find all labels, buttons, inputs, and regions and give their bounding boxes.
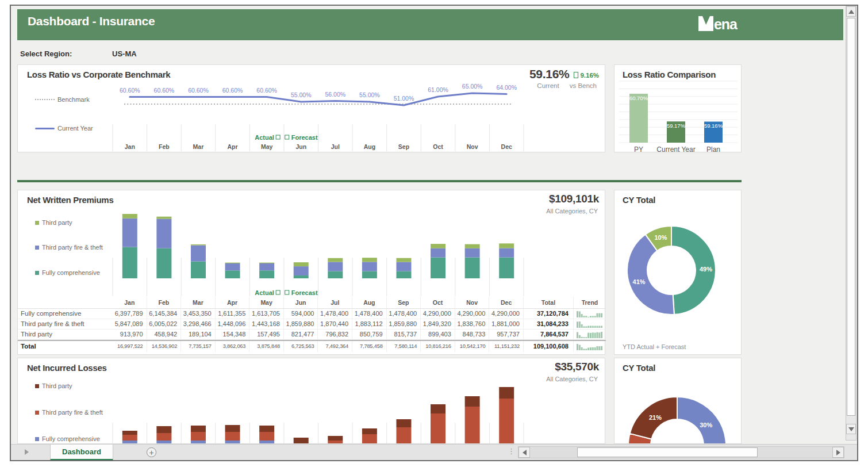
loss-ratio-title: Loss Ratio vs Corporate Benchmark [27,70,170,79]
premiums-title: Net Written Premiums [27,195,113,205]
comparison-bar-chart: 60.70%59.17%59.16% [614,75,742,145]
svg-text:60.60%: 60.60% [222,87,243,94]
kpi-delta: 9.16% [574,72,599,79]
svg-text:Actual: Actual [255,289,274,296]
vertical-scrollbar[interactable] [846,6,857,441]
legend-swatch [35,437,39,441]
legend-item-third-party-fire-theft: Third party fire & theft [35,409,103,416]
horizontal-scrollbar[interactable] [518,446,844,458]
legend-swatch [35,221,39,225]
legend-swatch [35,411,39,415]
net-written-premiums-panel: Net Written Premiums $109,101k All Categ… [17,190,605,355]
losses-donut-chart: 30%21% [614,358,742,444]
tab-dashboard[interactable]: Dashboard [50,445,113,461]
vscroll-down-button[interactable] [846,424,856,434]
kpi-current-value: 59.16% [529,67,569,81]
svg-text:May: May [261,143,273,150]
right-arrow-icon [836,450,840,455]
svg-text:60.60%: 60.60% [256,87,277,94]
svg-text:Feb: Feb [159,143,170,150]
svg-text:49%: 49% [700,266,712,273]
current-year-line-swatch [35,128,55,129]
table-row-total: Total16,997,52214,536,9027,735,1573,862,… [18,340,606,352]
kpi-sublabels: Currentvs Bench [537,82,597,89]
svg-text:60.60%: 60.60% [120,87,140,94]
premiums-stacked-chart: ActualForecast [110,211,527,297]
legend-item-third-party: Third party [35,219,72,226]
svg-text:55.00%: 55.00% [359,91,380,98]
svg-text:59.17%: 59.17% [667,122,686,129]
trend-sparkline [577,311,603,317]
legend-swatch [35,384,39,388]
svg-text:30%: 30% [700,422,712,428]
loss-ratio-comparison-panel: Loss Ratio Comparison 60.70%59.17%59.16%… [614,64,742,152]
hscroll-right-button[interactable] [832,447,844,458]
add-sheet-button[interactable]: + [147,447,156,457]
legend-swatch [35,246,39,250]
comparison-cat-current-year: Current Year [656,145,696,154]
header-bar: Dashboard - Insurance ena [17,9,843,40]
legend-item-third-party-fire-theft: Third party fire & theft [35,244,103,251]
loss-ratio-panel: Loss Ratio vs Corporate Benchmark 59.16%… [17,64,605,152]
table-row-fully-comprehensive: Fully comprehensive6,397,7896,145,3843,4… [18,309,606,319]
svg-text:21%: 21% [649,414,662,421]
svg-text:41%: 41% [633,278,646,285]
trend-sparkline [577,331,603,338]
svg-text:Jan: Jan [125,143,135,150]
premiums-donut-chart: 49%41%10% [614,190,742,355]
loss-ratio-kpi: 59.16% 9.16% [529,67,599,81]
vscroll-up-button[interactable] [846,6,856,17]
svg-text:10%: 10% [654,234,667,241]
legend-item-third-party: Third party [35,382,72,389]
sheet-nav-arrow-icon[interactable] [25,449,29,455]
vena-logo-icon [698,16,713,31]
svg-text:60.70%: 60.70% [629,95,648,101]
benchmark-line-swatch [35,99,55,100]
comparison-cat-py: PY [619,145,659,154]
svg-text:56.00%: 56.00% [325,91,345,98]
delta-icon [574,72,578,78]
trend-sparkline [577,321,603,328]
svg-text:Mar: Mar [193,143,204,150]
premiums-donut-caption: YTD Actual + Forecast [623,343,686,350]
svg-text:Apr: Apr [228,143,238,150]
legend-item-fully-comprehensive: Fully comprehensive [35,269,100,276]
vscroll-thumb[interactable] [847,18,855,416]
legend-benchmark: Benchmark [35,96,90,103]
premiums-kpi-sub: All Categories, CY [546,208,598,215]
svg-text:61.00%: 61.00% [428,86,448,93]
comparison-cat-plan: Plan [693,145,733,154]
net-incurred-losses-panel: Net Incurred Losses $35,570k All Categor… [17,358,605,444]
section-divider [17,180,742,182]
hscroll-left-button[interactable] [519,447,530,458]
svg-text:64.00%: 64.00% [496,84,517,91]
left-arrow-icon [523,450,527,455]
hscroll-thumb[interactable] [577,447,758,457]
svg-text:59.16%: 59.16% [704,122,723,129]
losses-kpi: $35,570k [555,361,599,373]
legend-current-year: Current Year [35,125,93,132]
vena-logo-text: ena [714,17,737,31]
svg-text:Oct: Oct [433,143,443,150]
svg-text:Actual: Actual [255,134,274,141]
svg-text:Aug: Aug [364,143,375,150]
svg-text:Forecast: Forecast [291,134,318,141]
select-region-value[interactable]: US-MA [112,49,137,58]
table-row-third-party-fire-theft: Third party fire & theft5,847,0896,005,0… [18,319,606,330]
svg-text:Forecast: Forecast [291,289,318,296]
premiums-table: JanFebMarAprMayJunJulAugSepOctNovDecTota… [18,297,606,352]
premiums-cy-total-panel: CY Total 49%41%10% YTD Actual + Forecast [614,190,742,355]
down-arrow-icon [848,427,854,431]
up-arrow-icon [848,10,854,14]
losses-cy-total-panel: CY Total 30%21% [614,358,742,444]
losses-stacked-chart [110,374,527,444]
table-header-row: JanFebMarAprMayJunJulAugSepOctNovDecTota… [18,297,606,309]
svg-text:Nov: Nov [467,143,478,150]
legend-item-fully-comprehensive: Fully comprehensive [35,435,100,442]
loss-ratio-line-chart: 60.60%60.60%60.60%60.60%60.60%55.00%56.0… [110,82,527,152]
tabbar-resize-handle[interactable]: ⋮ [508,447,514,455]
premiums-kpi: $109,101k [549,193,599,205]
svg-text:Dec: Dec [501,143,512,150]
svg-text:60.60%: 60.60% [188,87,209,94]
vena-logo: ena [698,16,737,31]
